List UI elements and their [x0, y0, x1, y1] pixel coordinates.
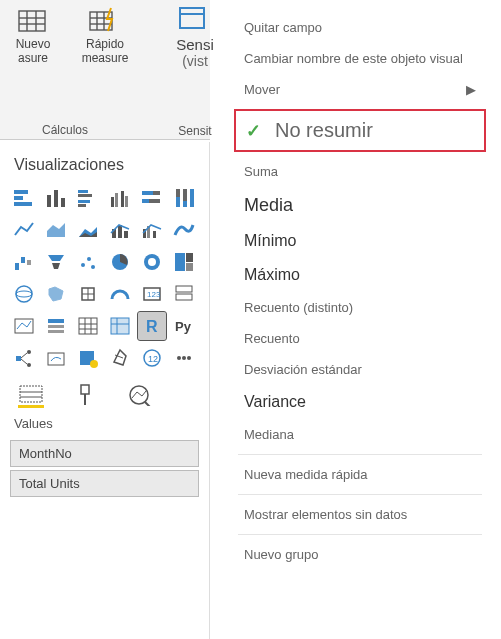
menu-move[interactable]: Mover ▶: [226, 74, 494, 105]
viz-treemap-icon[interactable]: [170, 248, 198, 276]
viz-multirow-card-icon[interactable]: [170, 280, 198, 308]
viz-qa-icon[interactable]: [74, 344, 102, 372]
viz-pie-icon[interactable]: [106, 248, 134, 276]
viz-key-influencers-icon[interactable]: [10, 344, 38, 372]
svg-rect-10: [180, 8, 204, 28]
menu-dont-summarize[interactable]: ✓ No resumir: [234, 109, 486, 152]
sensitivity-label: Sensi: [176, 36, 214, 53]
tab-format[interactable]: [72, 386, 98, 408]
sensitivity-sub: (vist: [182, 53, 208, 69]
check-icon: ✓: [246, 120, 261, 142]
svg-line-96: [145, 402, 150, 406]
svg-rect-40: [153, 231, 156, 238]
field-label: MonthNo: [19, 446, 72, 461]
menu-rename-visual[interactable]: Cambiar nombre de este objeto visual: [226, 43, 494, 74]
viz-matrix-icon[interactable]: [106, 312, 134, 340]
viz-stacked-column-icon[interactable]: [42, 184, 70, 212]
viz-card-icon[interactable]: 123: [138, 280, 166, 308]
tab-analytics[interactable]: [126, 386, 152, 408]
menu-median[interactable]: Mediana: [226, 419, 494, 450]
svg-line-78: [21, 359, 27, 364]
viz-line-icon[interactable]: [10, 216, 38, 244]
viz-100-column-icon[interactable]: [170, 184, 198, 212]
viz-clustered-bar-icon[interactable]: [74, 184, 102, 212]
viz-table-icon[interactable]: [74, 312, 102, 340]
viz-clustered-column-icon[interactable]: [106, 184, 134, 212]
viz-map-icon[interactable]: [10, 280, 38, 308]
svg-rect-14: [14, 202, 32, 206]
viz-shape-map-icon[interactable]: [74, 280, 102, 308]
viz-python-icon[interactable]: Py: [170, 312, 198, 340]
svg-rect-12: [14, 190, 28, 194]
viz-ribbon-icon[interactable]: [170, 216, 198, 244]
chevron-right-icon: ▶: [466, 82, 476, 97]
new-measure-button[interactable]: Nuevo asure: [4, 6, 62, 65]
viz-gauge-icon[interactable]: [106, 280, 134, 308]
svg-rect-60: [176, 294, 192, 300]
menu-variance[interactable]: Variance: [226, 385, 494, 419]
svg-rect-27: [153, 191, 160, 195]
viz-r-script-icon[interactable]: R: [138, 312, 166, 340]
viz-kpi-icon[interactable]: [10, 312, 38, 340]
viz-scatter-icon[interactable]: [74, 248, 102, 276]
values-section-label: Values: [0, 410, 209, 437]
viz-100-bar-icon[interactable]: [138, 184, 166, 212]
viz-stacked-area-icon[interactable]: [74, 216, 102, 244]
menu-new-group[interactable]: Nuevo grupo: [226, 539, 494, 570]
svg-rect-81: [48, 353, 64, 365]
sensitivity-icon: [178, 4, 212, 34]
ribbon: Nuevo asure Rápido measure Cálculos Sens…: [0, 0, 210, 140]
svg-marker-44: [48, 255, 64, 261]
menu-sum[interactable]: Suma: [226, 156, 494, 187]
svg-point-88: [182, 356, 186, 360]
viz-arcgis-icon[interactable]: 12: [138, 344, 166, 372]
svg-rect-76: [16, 356, 21, 361]
svg-point-56: [16, 291, 32, 297]
svg-rect-52: [175, 253, 185, 271]
viz-get-more-icon[interactable]: [170, 344, 198, 372]
tab-fields[interactable]: [18, 386, 44, 408]
menu-show-items-no-data[interactable]: Mostrar elementos sin datos: [226, 499, 494, 530]
viz-line-column-icon[interactable]: [106, 216, 134, 244]
menu-count[interactable]: Recuento: [226, 323, 494, 354]
svg-rect-15: [47, 195, 51, 207]
viz-title: Visualizaciones: [0, 142, 209, 184]
menu-remove-field[interactable]: Quitar campo: [226, 12, 494, 43]
svg-rect-18: [78, 190, 88, 193]
menu-stdev[interactable]: Desviación estándar: [226, 354, 494, 385]
svg-text:Py: Py: [175, 319, 192, 334]
svg-rect-43: [27, 260, 31, 265]
svg-rect-13: [14, 196, 23, 200]
menu-separator: [238, 534, 482, 535]
svg-point-89: [187, 356, 191, 360]
svg-rect-62: [48, 319, 64, 323]
viz-line-clustered-icon[interactable]: [138, 216, 166, 244]
svg-point-46: [81, 263, 85, 267]
menu-new-quick-measure[interactable]: Nueva medida rápida: [226, 459, 494, 490]
menu-count-distinct[interactable]: Recuento (distinto): [226, 292, 494, 323]
menu-average[interactable]: Media: [226, 187, 494, 224]
field-well-totalunits[interactable]: Total Units: [10, 470, 199, 497]
menu-maximum[interactable]: Máximo: [226, 258, 494, 292]
sensitivity-group: Sensit: [178, 124, 211, 138]
svg-text:R: R: [146, 318, 158, 335]
quick-measure-button[interactable]: Rápido measure: [76, 6, 134, 65]
svg-text:12: 12: [148, 354, 158, 364]
svg-rect-16: [54, 190, 58, 207]
viz-funnel-icon[interactable]: [42, 248, 70, 276]
field-well-monthno[interactable]: MonthNo: [10, 440, 199, 467]
menu-minimum[interactable]: Mínimo: [226, 224, 494, 258]
viz-waterfall-icon[interactable]: [10, 248, 38, 276]
viz-donut-icon[interactable]: [138, 248, 166, 276]
svg-rect-20: [78, 200, 90, 203]
svg-rect-65: [79, 318, 97, 334]
viz-stacked-bar-icon[interactable]: [10, 184, 38, 212]
viz-decomposition-icon[interactable]: [42, 344, 70, 372]
viz-paginated-icon[interactable]: [106, 344, 134, 372]
viz-filled-map-icon[interactable]: [42, 280, 70, 308]
svg-rect-25: [125, 196, 128, 207]
grid-icon: [16, 6, 50, 36]
viz-slicer-icon[interactable]: [42, 312, 70, 340]
viz-area-icon[interactable]: [42, 216, 70, 244]
field-label: Total Units: [19, 476, 80, 491]
